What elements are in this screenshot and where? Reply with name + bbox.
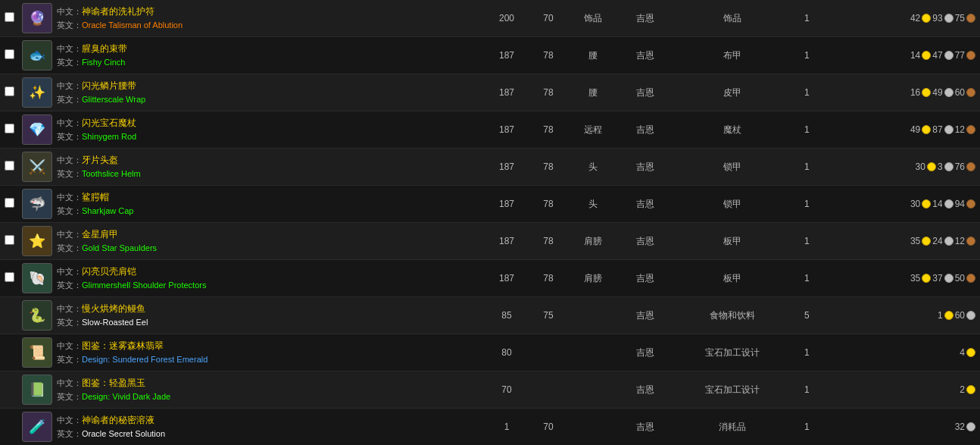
checkbox-cell xyxy=(0,371,19,409)
faction-value: 吉恩 xyxy=(619,409,671,446)
col1-value: 70 xyxy=(483,371,529,409)
cn-name: 闪光宝石魔杖 xyxy=(82,118,136,128)
row-checkbox[interactable] xyxy=(5,49,14,59)
item-cell: 🔮中文：神谕者的洗礼护符英文：Oracle Talisman of Abluti… xyxy=(19,0,483,37)
silver-coin-icon xyxy=(944,14,953,23)
slot-value: 腰 xyxy=(566,74,619,111)
col2-value xyxy=(530,334,567,371)
price-copper-amount: 50 xyxy=(955,273,965,284)
gold-coin-icon xyxy=(922,14,931,23)
en-label: 英文： xyxy=(57,318,82,327)
row-checkbox[interactable] xyxy=(5,12,14,22)
table-row: 🦈中文：鲨腭帽英文：Sharkjaw Cap18778头吉恩锁甲1301494 xyxy=(0,186,980,223)
row-checkbox[interactable] xyxy=(5,161,14,171)
en-label: 英文： xyxy=(57,429,82,438)
qty-value: 1 xyxy=(793,37,820,74)
qty-value: 1 xyxy=(793,186,820,223)
en-name-line: 英文：Glimmershell Shoulder Protectors xyxy=(57,280,206,291)
table-row: 🐟中文：腥臭的束带英文：Fishy Cinch18778腰吉恩布甲1144777 xyxy=(0,37,980,74)
silver-coin-icon xyxy=(944,88,953,97)
cn-label: 中文： xyxy=(57,415,82,425)
slot-value xyxy=(566,297,619,334)
price-cell: 144777 xyxy=(820,37,980,74)
gold-coin-icon xyxy=(922,88,931,97)
col2-value: 78 xyxy=(530,37,567,74)
type-value: 皮甲 xyxy=(671,74,793,111)
price-cell: 32 xyxy=(820,409,980,446)
copper-coin-icon xyxy=(966,274,975,283)
type-value: 布甲 xyxy=(671,37,793,74)
col2-value: 78 xyxy=(530,74,567,111)
en-name-line: 英文：Gold Star Spaulders xyxy=(57,243,157,254)
checkbox-cell xyxy=(0,37,19,74)
col1-value: 187 xyxy=(483,186,529,223)
price-silver-amount: 93 xyxy=(932,13,942,24)
en-name: Glimmershell Shoulder Protectors xyxy=(82,280,206,290)
faction-value: 吉恩 xyxy=(619,297,671,334)
copper-coin-icon xyxy=(966,51,975,60)
type-value: 板甲 xyxy=(671,223,793,260)
slot-value: 远程 xyxy=(566,111,619,149)
row-checkbox[interactable] xyxy=(5,86,14,96)
faction-value: 吉恩 xyxy=(619,0,671,37)
gold-coin-icon xyxy=(922,237,931,246)
col2-value xyxy=(530,371,567,409)
gold-coin-icon xyxy=(966,348,975,357)
cn-name: 神谕者的洗礼护符 xyxy=(82,6,154,17)
cn-name: 图鉴：轻盈黑玉 xyxy=(82,378,145,388)
silver-coin-icon xyxy=(944,162,953,171)
cn-name-line: 中文：腥臭的束带 xyxy=(57,42,127,55)
en-label: 英文： xyxy=(57,95,82,104)
row-checkbox[interactable] xyxy=(5,272,14,282)
copper-coin-icon xyxy=(966,199,975,208)
item-cell: 🐍中文：慢火烘烤的鳗鱼英文：Slow-Roasted Eel xyxy=(19,297,483,334)
en-name-line: 英文：Shinygem Rod xyxy=(57,131,136,143)
en-label: 英文： xyxy=(57,392,82,401)
silver-coin-icon xyxy=(966,311,975,320)
qty-value: 1 xyxy=(793,371,820,409)
silver-coin-icon xyxy=(944,199,953,208)
checkbox-cell xyxy=(0,149,19,186)
row-checkbox[interactable] xyxy=(5,198,14,208)
cn-name-line: 中文：神谕者的秘密溶液 xyxy=(57,414,165,427)
en-label: 英文： xyxy=(57,20,82,30)
en-label: 英文： xyxy=(57,169,82,178)
faction-value: 吉恩 xyxy=(619,186,671,223)
cn-name: 闪亮贝壳肩铠 xyxy=(82,266,136,277)
cn-label: 中文： xyxy=(57,304,82,313)
gold-coin-icon xyxy=(966,385,975,394)
item-icon: 📜 xyxy=(22,337,52,368)
price-gold-amount: 35 xyxy=(910,273,920,284)
item-table: 🔮中文：神谕者的洗礼护符英文：Oracle Talisman of Abluti… xyxy=(0,0,980,445)
price-cell: 353750 xyxy=(820,260,980,297)
col1-value: 187 xyxy=(483,149,529,186)
copper-coin-icon xyxy=(966,162,975,171)
price-copper-amount: 77 xyxy=(955,50,965,61)
cn-label: 中文： xyxy=(57,341,82,350)
row-checkbox[interactable] xyxy=(5,124,14,133)
copper-coin-icon xyxy=(966,14,975,23)
cn-name-line: 中文：金星肩甲 xyxy=(57,228,157,241)
price-cell: 498712 xyxy=(820,111,980,149)
table-row: 🧪中文：神谕者的秘密溶液英文：Oracle Secret Solution170… xyxy=(0,409,980,446)
table-row: 🔮中文：神谕者的洗礼护符英文：Oracle Talisman of Abluti… xyxy=(0,0,980,37)
row-checkbox[interactable] xyxy=(5,235,14,245)
gold-coin-icon xyxy=(922,199,931,208)
price-gold-amount: 4 xyxy=(960,347,965,358)
type-value: 宝石加工设计 xyxy=(671,334,793,371)
type-value: 食物和饮料 xyxy=(671,297,793,334)
price-gold-amount: 30 xyxy=(916,161,925,172)
table-row: ✨中文：闪光鳞片腰带英文：Glitterscale Wrap18778腰吉恩皮甲… xyxy=(0,74,980,111)
en-name-line: 英文：Oracle Talisman of Ablution xyxy=(57,20,183,31)
checkbox-cell xyxy=(0,111,19,149)
price-cell: 301494 xyxy=(820,186,980,223)
price-cell: 352412 xyxy=(820,223,980,260)
price-gold-amount: 30 xyxy=(910,199,920,209)
cn-label: 中文： xyxy=(57,7,82,16)
price-copper-amount: 94 xyxy=(955,199,965,209)
price-silver-amount: 37 xyxy=(932,273,942,284)
en-name: Glitterscale Wrap xyxy=(82,95,145,104)
qty-value: 1 xyxy=(793,334,820,371)
en-label: 英文： xyxy=(57,280,82,290)
silver-coin-icon xyxy=(966,422,975,431)
